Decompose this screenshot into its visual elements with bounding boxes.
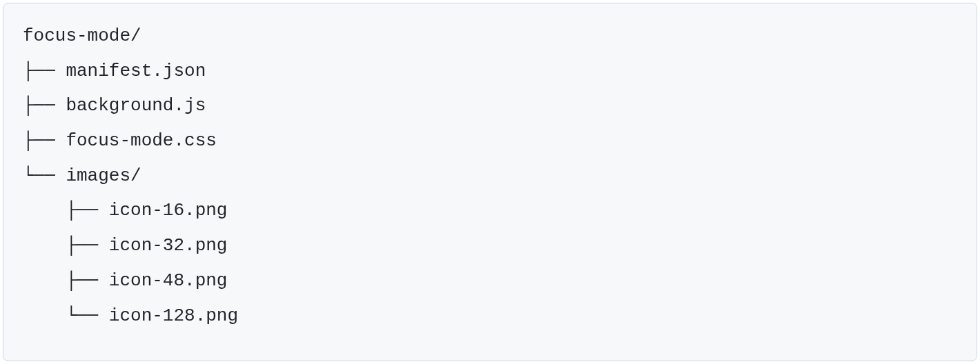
tree-line: ├── focus-mode.css (23, 130, 217, 151)
tree-line: ├── manifest.json (23, 61, 206, 81)
tree-line: ├── icon-32.png (23, 235, 227, 256)
file-tree-block: focus-mode/ ├── manifest.json ├── backgr… (3, 3, 977, 361)
tree-line: ├── icon-48.png (23, 270, 227, 291)
tree-line: └── images/ (23, 165, 141, 186)
file-tree: focus-mode/ ├── manifest.json ├── backgr… (23, 19, 957, 333)
tree-line: └── icon-128.png (23, 305, 238, 326)
tree-line: ├── icon-16.png (23, 200, 227, 221)
tree-line: ├── background.js (23, 95, 206, 116)
tree-line: focus-mode/ (23, 26, 141, 46)
